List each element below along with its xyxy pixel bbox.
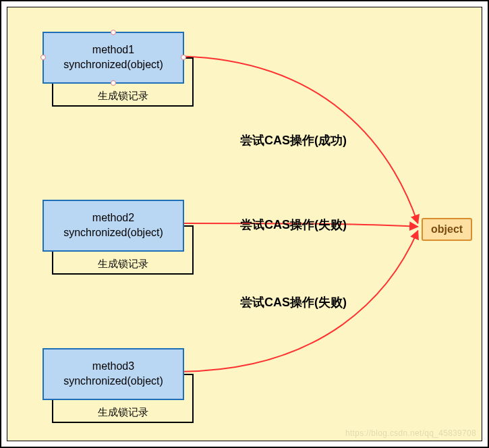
record-label-1: 生成锁记录 <box>53 90 192 103</box>
object-label: object <box>431 223 463 235</box>
method2-name: method2 <box>48 211 179 225</box>
method-block-2: 生成锁记录 method2 synchronized(object) <box>42 200 184 252</box>
method1-name: method1 <box>48 43 179 57</box>
resize-handle-icon <box>111 30 116 35</box>
edge-label-1: 尝试CAS操作(成功) <box>240 132 347 148</box>
edge-label-3: 尝试CAS操作(失败) <box>240 294 347 310</box>
method3-name: method3 <box>48 359 179 374</box>
record-label-2: 生成锁记录 <box>53 258 192 271</box>
method2-sync: synchronized(object) <box>48 225 179 240</box>
object-node: object <box>422 218 472 241</box>
diagram-inner: 生成锁记录 method1 synchronized(object) 生成锁记录… <box>7 7 482 441</box>
method-box-1: method1 synchronized(object) <box>42 32 184 84</box>
method3-sync: synchronized(object) <box>48 374 179 389</box>
method-box-2: method2 synchronized(object) <box>42 200 184 252</box>
diagram-canvas: 生成锁记录 method1 synchronized(object) 生成锁记录… <box>0 0 489 448</box>
method-block-1: 生成锁记录 method1 synchronized(object) <box>42 32 184 84</box>
resize-handle-icon <box>111 80 116 86</box>
record-label-3: 生成锁记录 <box>53 406 192 419</box>
resize-handle-icon <box>40 55 46 60</box>
method-box-3: method3 synchronized(object) <box>42 348 184 400</box>
method-block-3: 生成锁记录 method3 synchronized(object) <box>42 348 184 400</box>
edge-label-2: 尝试CAS操作(失败) <box>240 217 347 233</box>
watermark: https://blog.csdn.net/qq_45839708 <box>345 428 476 438</box>
method1-sync: synchronized(object) <box>48 57 179 72</box>
